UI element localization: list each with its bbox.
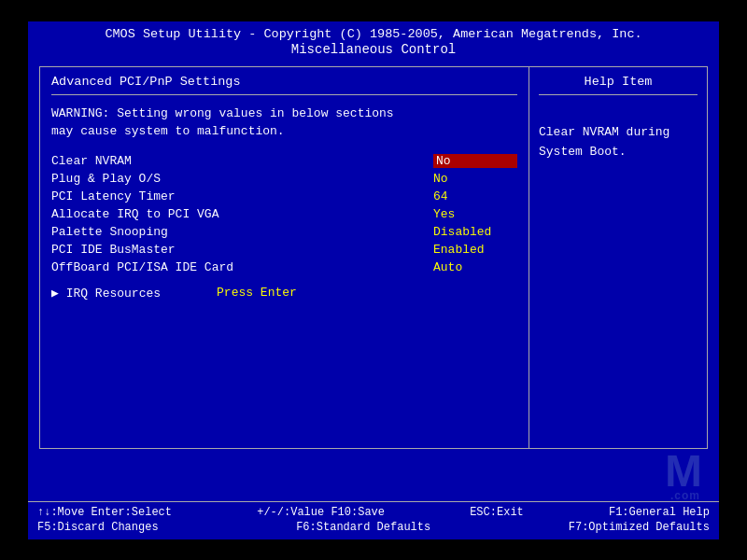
setting-value: Auto: [433, 260, 517, 274]
setting-value: Enabled: [433, 243, 517, 257]
irq-row[interactable]: ▶ IRQ Resources Press Enter: [51, 286, 517, 301]
footer-f7: F7:Optimized Defaults: [569, 521, 710, 534]
footer: ↑↓:Move Enter:Select +/-/:Value F10:Save…: [28, 501, 719, 539]
footer-value-save: +/-/:Value F10:Save: [257, 506, 385, 519]
panel-divider: [51, 94, 517, 95]
header-line1: CMOS Setup Utility - Copyright (C) 1985-…: [28, 27, 719, 41]
setting-label: Plug & Play O/S: [51, 172, 161, 186]
footer-f5: F5:Discard Changes: [37, 521, 159, 534]
table-row[interactable]: PCI IDE BusMasterEnabled: [51, 243, 517, 257]
table-row[interactable]: PCI Latency Timer64: [51, 189, 517, 203]
right-panel: Help Item Clear NVRAM during System Boot…: [529, 67, 707, 448]
watermark: M .com: [665, 445, 700, 502]
irq-value: Press Enter: [217, 286, 297, 300]
irq-label: ▶ IRQ Resources: [51, 286, 161, 301]
setting-value: Yes: [433, 207, 517, 221]
setting-label: Allocate IRQ to PCI VGA: [51, 207, 218, 221]
header-line2: Miscellaneous Control: [28, 42, 719, 57]
table-row[interactable]: Plug & Play O/SNo: [51, 172, 517, 186]
footer-row1: ↑↓:Move Enter:Select +/-/:Value F10:Save…: [37, 506, 710, 519]
settings-table: Clear NVRAMNoPlug & Play O/SNoPCI Latenc…: [51, 154, 517, 274]
table-row[interactable]: Palette SnoopingDisabled: [51, 225, 517, 239]
table-row[interactable]: OffBoard PCI/ISA IDE CardAuto: [51, 260, 517, 274]
setting-label: OffBoard PCI/ISA IDE Card: [51, 260, 233, 274]
footer-esc-exit: ESC:Exit: [470, 506, 524, 519]
footer-f6: F6:Standard Defaults: [296, 521, 430, 534]
setting-value: No: [433, 172, 517, 186]
bios-screen: CMOS Setup Utility - Copyright (C) 1985-…: [28, 21, 719, 539]
setting-label: Palette Snooping: [51, 225, 168, 239]
setting-value: 64: [433, 189, 517, 203]
footer-f1-help: F1:General Help: [609, 506, 710, 519]
table-row[interactable]: Allocate IRQ to PCI VGAYes: [51, 207, 517, 221]
footer-row2: F5:Discard Changes F6:Standard Defaults …: [37, 521, 710, 534]
setting-value: Disabled: [433, 225, 517, 239]
warning-text: WARNING: Setting wrong values in below s…: [51, 105, 517, 141]
main-area: Advanced PCI/PnP Settings WARNING: Setti…: [39, 66, 708, 449]
header: CMOS Setup Utility - Copyright (C) 1985-…: [28, 21, 719, 59]
setting-label: PCI IDE BusMaster: [51, 243, 176, 257]
footer-move-select: ↑↓:Move Enter:Select: [37, 506, 172, 519]
left-panel-title: Advanced PCI/PnP Settings: [51, 75, 517, 89]
help-title: Help Item: [539, 75, 698, 89]
table-row[interactable]: Clear NVRAMNo: [51, 154, 517, 168]
left-panel: Advanced PCI/PnP Settings WARNING: Setti…: [40, 67, 529, 448]
setting-label: PCI Latency Timer: [51, 189, 176, 203]
help-text: Clear NVRAM during System Boot.: [539, 105, 698, 162]
help-divider: [539, 94, 698, 95]
setting-value: No: [433, 154, 517, 168]
setting-label: Clear NVRAM: [51, 154, 132, 168]
